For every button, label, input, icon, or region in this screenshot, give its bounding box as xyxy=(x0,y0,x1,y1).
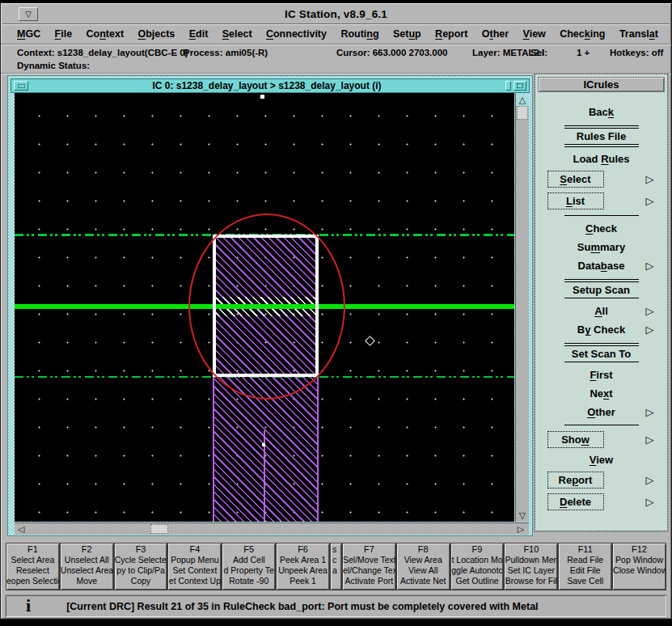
vertical-scroll-thumb[interactable] xyxy=(517,106,528,120)
maximize-box-icon xyxy=(517,83,523,88)
report-label[interactable]: Report xyxy=(547,472,604,489)
canvas-minimize-button[interactable] xyxy=(505,81,511,91)
palette-section-set-scan-to: Set Scan To xyxy=(564,342,639,364)
fkey-action-label: Popup Menu xyxy=(168,555,221,565)
function-key-bar: F1Select AreaReselecteopen SelectioF2Uns… xyxy=(1,544,671,590)
fkey-f11[interactable]: F11Read FileEdit FileSave Cell xyxy=(559,544,611,590)
first-label[interactable]: First xyxy=(590,369,612,381)
rules-item-next[interactable]: Next xyxy=(540,385,663,402)
rules-item-first[interactable]: First xyxy=(540,366,663,383)
submenu-arrow-icon[interactable]: ▷ xyxy=(646,174,654,184)
rules-button-select[interactable]: Select▷ xyxy=(540,169,663,189)
fkey-action-label: Edit File xyxy=(559,565,611,576)
palette-title: ICrules xyxy=(538,77,665,92)
fkey-f12[interactable]: F12Pop WindowClose Window xyxy=(613,544,666,590)
fkey-action-label: t Location Mo xyxy=(451,555,504,565)
fkey-f3[interactable]: F3Cycle Selectedpy to Clip/PaCopy xyxy=(115,544,167,590)
menu-connectivity[interactable]: Connectivity xyxy=(266,28,327,40)
fkey-number: F6 xyxy=(277,544,329,555)
menu-translat[interactable]: Translat xyxy=(619,28,658,40)
submenu-arrow-icon[interactable]: ▷ xyxy=(646,475,654,485)
fkey-f2[interactable]: F2Unselect AllUnselect AreaMove xyxy=(61,544,113,590)
rules-item-by-check[interactable]: By Check▷ xyxy=(540,321,663,338)
submenu-arrow-icon[interactable]: ▷ xyxy=(646,434,654,445)
check-label[interactable]: Check xyxy=(585,222,617,235)
menu-setup[interactable]: Setup xyxy=(393,28,421,40)
delete-label[interactable]: Delete xyxy=(547,493,604,510)
fkey-f4[interactable]: F4Popup MenuSet Contextet Context Up xyxy=(168,544,221,590)
scroll-right-button[interactable]: ▷ xyxy=(514,523,527,535)
fkey-number: F7 xyxy=(343,544,395,555)
fkey-f9[interactable]: F9t Location Moggle AutonotcGet Outline xyxy=(451,544,504,590)
back-label[interactable]: Back xyxy=(589,106,614,118)
rules-item-check[interactable]: Check xyxy=(540,220,663,237)
load-rules-label[interactable]: Load Rules xyxy=(573,153,629,165)
process-value: Process: ami05(-R) xyxy=(184,48,268,57)
rules-button-delete[interactable]: Delete▷ xyxy=(540,492,663,512)
vertical-scrollbar[interactable]: △ ▽ xyxy=(515,93,529,522)
rules-item-back[interactable]: Back xyxy=(540,104,663,121)
rules-item-view[interactable]: View xyxy=(540,451,663,468)
fkey-f1[interactable]: F1Select AreaReselecteopen Selectio xyxy=(6,544,59,590)
horizontal-scroll-thumb[interactable] xyxy=(150,524,168,534)
show-label[interactable]: Show xyxy=(547,431,604,448)
view-label[interactable]: View xyxy=(590,454,613,466)
canvas-titlebar[interactable]: IC 0: s1238_delay_layout > s1238_delay_l… xyxy=(11,78,530,93)
scroll-down-button[interactable]: ▽ xyxy=(516,509,529,522)
submenu-arrow-icon[interactable]: ▷ xyxy=(646,407,654,417)
menu-select[interactable]: Select xyxy=(222,28,252,40)
rules-item-database[interactable]: Database▷ xyxy=(540,257,663,274)
rules-button-list[interactable]: List▷ xyxy=(540,191,663,211)
other-label[interactable]: Other xyxy=(587,406,615,418)
rules-item-summary[interactable]: Summary xyxy=(540,239,663,256)
by-check-label[interactable]: By Check xyxy=(577,324,625,336)
menu-routing[interactable]: Routing xyxy=(340,28,378,40)
rules-button-show[interactable]: Show▷ xyxy=(540,429,663,450)
fkey-action-label: Unselect Area xyxy=(61,565,113,576)
scroll-left-button[interactable]: ◁ xyxy=(15,523,27,535)
fkey-clipped[interactable]: sca xyxy=(331,544,341,590)
window-menu-button[interactable]: ▽ xyxy=(19,7,38,21)
selection-count: 1 + xyxy=(577,48,590,57)
menu-context[interactable]: Context xyxy=(87,28,125,40)
next-label[interactable]: Next xyxy=(590,387,612,400)
horizontal-scrollbar[interactable]: ◁ ▷ xyxy=(15,522,529,535)
summary-label[interactable]: Summary xyxy=(577,241,625,253)
layout-drawing-area[interactable] xyxy=(15,93,514,522)
fkey-f8[interactable]: F8View AreaView AllActivate Net xyxy=(397,544,450,590)
net-vertex-marker xyxy=(262,443,265,446)
menu-mgc[interactable]: MGC xyxy=(17,28,40,40)
menu-edit[interactable]: Edit xyxy=(189,28,209,40)
canvas-maximize-button[interactable] xyxy=(514,81,526,91)
list-label[interactable]: List xyxy=(547,192,604,209)
menu-objects[interactable]: Objects xyxy=(137,28,175,40)
fkey-f6[interactable]: F6Peek Area 1Unpeek AreaPeek 1 xyxy=(277,544,329,590)
menu-report[interactable]: Report xyxy=(435,28,467,40)
scroll-left-icon: ◁ xyxy=(18,525,24,534)
database-label[interactable]: Database xyxy=(578,260,625,272)
rules-item-load-rules[interactable]: Load Rules xyxy=(540,150,663,167)
rules-button-report[interactable]: Report▷ xyxy=(540,470,663,490)
rules-item-all[interactable]: All▷ xyxy=(540,302,663,319)
scroll-up-button[interactable]: △ xyxy=(516,93,529,106)
all-label[interactable]: All xyxy=(594,305,608,317)
fkey-f7[interactable]: F7Sel/Move Textel/Change TexActivate Por… xyxy=(343,544,395,590)
menu-checking[interactable]: Checking xyxy=(560,28,605,40)
submenu-arrow-icon[interactable]: ▷ xyxy=(646,260,654,271)
submenu-arrow-icon[interactable]: ▷ xyxy=(646,324,654,335)
submenu-arrow-icon[interactable]: ▷ xyxy=(646,497,654,507)
main-window: ▽ IC Station, v8.9_6.1 MGCFileContextObj… xyxy=(0,2,672,620)
fkey-action-label: Unselect All xyxy=(61,555,113,565)
menu-file[interactable]: File xyxy=(55,28,73,40)
fkey-action-label: Unpeek Area xyxy=(277,565,329,576)
canvas-window-menu-button[interactable] xyxy=(14,81,28,91)
submenu-arrow-icon[interactable]: ▷ xyxy=(646,196,654,206)
palette-body: BackRules FileLoad RulesSelect▷List▷Chec… xyxy=(535,95,667,513)
fkey-f10[interactable]: F10Pulldown MenSet IC LayerBrowse for Fi… xyxy=(505,544,557,590)
fkey-f5[interactable]: F5Add Celld Property TeRotate -90 xyxy=(222,544,275,590)
menu-other[interactable]: Other xyxy=(482,28,509,40)
select-label[interactable]: Select xyxy=(547,171,604,188)
submenu-arrow-icon[interactable]: ▷ xyxy=(646,306,654,316)
menu-view[interactable]: View xyxy=(523,28,546,40)
rules-item-other[interactable]: Other▷ xyxy=(540,404,663,421)
